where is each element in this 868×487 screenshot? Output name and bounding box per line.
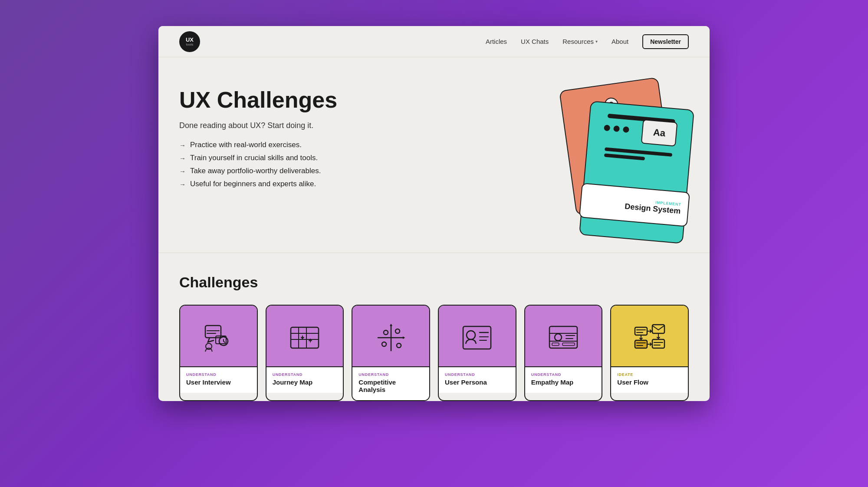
nav-about[interactable]: About bbox=[612, 38, 628, 45]
challenge-card-empathy[interactable]: UNDERSTAND Empathy Map bbox=[524, 305, 603, 401]
svg-rect-29 bbox=[635, 327, 647, 335]
empathy-map-icon bbox=[546, 320, 581, 355]
hero-section: UX Challenges Done reading about UX? Sta… bbox=[158, 57, 710, 253]
bullet-4: → Useful for beginners and experts alike… bbox=[179, 180, 337, 188]
svg-point-12 bbox=[384, 330, 388, 335]
card-name-competitive: Competitive Analysis bbox=[358, 378, 423, 393]
logo-ux: UX bbox=[186, 37, 194, 43]
card-category-user-flow: IDEATE bbox=[617, 372, 682, 377]
browser-window: UX tools Articles UX Chats Resources ▾ A… bbox=[158, 26, 710, 401]
card-illustration-user-flow bbox=[611, 306, 688, 366]
svg-rect-27 bbox=[552, 343, 559, 346]
hero-content: UX Challenges Done reading about UX? Sta… bbox=[179, 83, 337, 188]
challenge-card-journey-map[interactable]: UNDERSTAND Journey Map bbox=[266, 305, 344, 401]
nav-ux-chats[interactable]: UX Chats bbox=[521, 38, 549, 45]
svg-rect-28 bbox=[562, 343, 575, 346]
challenges-title: Challenges bbox=[179, 274, 689, 291]
svg-rect-36 bbox=[652, 339, 664, 348]
hero-title: UX Challenges bbox=[179, 88, 337, 112]
card-info-user-flow: IDEATE User Flow bbox=[611, 366, 688, 393]
svg-rect-32 bbox=[652, 325, 664, 333]
card-info-journey-map: UNDERSTAND Journey Map bbox=[266, 366, 343, 393]
svg-point-15 bbox=[397, 343, 401, 348]
card-name-journey-map: Journey Map bbox=[273, 378, 337, 386]
svg-point-24 bbox=[555, 334, 562, 341]
card-illustration-user-interview bbox=[180, 306, 257, 366]
card-info-competitive: UNDERSTAND Competitive Analysis bbox=[352, 366, 429, 400]
logo[interactable]: UX tools bbox=[179, 31, 200, 52]
arrow-icon-4: → bbox=[179, 181, 186, 188]
competitive-analysis-icon bbox=[374, 320, 408, 355]
nav-resources[interactable]: Resources ▾ bbox=[562, 38, 598, 45]
navbar: UX tools Articles UX Chats Resources ▾ A… bbox=[158, 26, 710, 57]
svg-point-17 bbox=[467, 331, 475, 339]
chevron-down-icon: ▾ bbox=[595, 39, 598, 44]
svg-rect-33 bbox=[635, 340, 647, 348]
user-flow-icon bbox=[632, 320, 667, 355]
card-illustration-competitive bbox=[352, 306, 429, 366]
card-lines bbox=[604, 147, 672, 163]
card-category-journey-map: UNDERSTAND bbox=[273, 372, 337, 377]
bullet-3: → Take away portfolio-worthy deliverable… bbox=[179, 167, 337, 175]
newsletter-button[interactable]: Newsletter bbox=[642, 34, 689, 49]
nav-articles[interactable]: Articles bbox=[486, 38, 507, 45]
arrow-icon-3: → bbox=[179, 168, 186, 175]
arrow-icon-2: → bbox=[179, 155, 186, 162]
bullet-2: → Train yourself in crucial skills and t… bbox=[179, 154, 337, 162]
card-illustration-empathy bbox=[525, 306, 602, 366]
journey-map-icon bbox=[287, 320, 322, 355]
svg-point-14 bbox=[382, 342, 386, 346]
logo-tools: tools bbox=[186, 43, 194, 46]
card-illustration-persona bbox=[439, 306, 516, 366]
user-persona-icon bbox=[460, 320, 494, 355]
card-category-user-interview: UNDERSTAND bbox=[186, 372, 251, 377]
card-name-empathy: Empathy Map bbox=[531, 378, 596, 386]
challenge-card-user-interview[interactable]: UNDERSTAND User Interview bbox=[179, 305, 258, 401]
card-info-user-interview: UNDERSTAND User Interview bbox=[180, 366, 257, 393]
card-info-empathy: UNDERSTAND Empathy Map bbox=[525, 366, 602, 393]
svg-rect-5 bbox=[291, 327, 319, 348]
card-info-persona: UNDERSTAND User Persona bbox=[439, 366, 516, 393]
hero-illustration: ? bbox=[541, 79, 689, 227]
bullet-1: → Practice with real-world exercises. bbox=[179, 141, 337, 149]
hero-bullets: → Practice with real-world exercises. → … bbox=[179, 141, 337, 188]
svg-rect-21 bbox=[549, 326, 577, 348]
challenge-card-competitive[interactable]: UNDERSTAND Competitive Analysis bbox=[352, 305, 430, 401]
card-name-persona: User Persona bbox=[445, 378, 510, 386]
card-category-persona: UNDERSTAND bbox=[445, 372, 510, 377]
arrow-icon-1: → bbox=[179, 141, 186, 149]
aa-typography-icon: Aa bbox=[641, 119, 678, 147]
card-name-user-flow: User Flow bbox=[617, 378, 682, 386]
challenge-card-user-flow[interactable]: IDEATE User Flow bbox=[610, 305, 689, 401]
hero-subtitle: Done reading about UX? Start doing it. bbox=[179, 121, 337, 130]
challenge-cards-row: UNDERSTAND User Interview bbox=[179, 305, 689, 401]
svg-point-13 bbox=[395, 329, 400, 333]
card-illustration-journey-map bbox=[266, 306, 343, 366]
nav-links: Articles UX Chats Resources ▾ About News… bbox=[486, 34, 689, 49]
challenge-card-persona[interactable]: UNDERSTAND User Persona bbox=[438, 305, 516, 401]
card-category-empathy: UNDERSTAND bbox=[531, 372, 596, 377]
card-category-competitive: UNDERSTAND bbox=[358, 372, 423, 377]
challenges-section: Challenges UNDERS bbox=[158, 253, 710, 401]
user-interview-icon bbox=[201, 320, 236, 355]
card-name-user-interview: User Interview bbox=[186, 378, 251, 386]
card-dots bbox=[604, 125, 629, 133]
